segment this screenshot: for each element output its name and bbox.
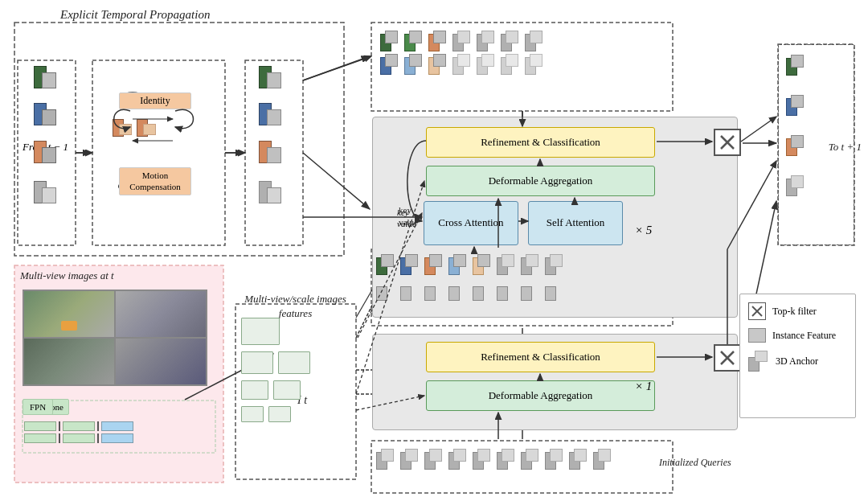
identity-box: Identity bbox=[119, 92, 191, 109]
svg-line-44 bbox=[303, 56, 371, 80]
legend-anchor: 3D Anchor bbox=[748, 351, 847, 372]
svg-line-16 bbox=[303, 56, 370, 80]
identity-orange-top bbox=[113, 119, 124, 140]
output-gray bbox=[786, 175, 804, 196]
motion-comp-box: Motion Compensation bbox=[119, 167, 191, 195]
diagram-container: Explicit Temporal Propagation From t − 1… bbox=[0, 0, 868, 497]
self-attention-box: Self Attention bbox=[528, 201, 623, 245]
backbone-blocks bbox=[24, 421, 133, 443]
legend-topk: Top-k filter bbox=[748, 302, 847, 320]
legend-anchor-label: 3D Anchor bbox=[776, 355, 818, 368]
legend-instance: Instance Feature bbox=[748, 328, 847, 343]
from-t1-gray-block bbox=[34, 181, 47, 207]
backbone-row: Backbone + FPN bbox=[23, 400, 28, 413]
from-t1-blue-block bbox=[34, 103, 47, 129]
topk-filter-bottom bbox=[714, 344, 741, 372]
prop-blue bbox=[259, 103, 272, 129]
explicit-temporal-label: Explicit Temporal Propagation bbox=[60, 8, 210, 22]
fpn-box: FPN bbox=[23, 399, 53, 415]
deformable-aggregation-top: Deformable Aggregation bbox=[426, 166, 655, 196]
output-green bbox=[786, 55, 804, 76]
legend-box: Top-k filter Instance Feature 3D Anchor bbox=[739, 294, 856, 418]
initialized-queries-label: Initialized Queries bbox=[659, 457, 731, 470]
value-label-diagram: value bbox=[397, 219, 416, 228]
from-t1-orange-block bbox=[34, 141, 47, 166]
feature-rects bbox=[241, 318, 310, 422]
output-blue bbox=[786, 95, 804, 116]
prop-gray bbox=[259, 181, 272, 207]
cross-attention-box: Cross Attention bbox=[424, 201, 518, 245]
svg-line-52 bbox=[741, 117, 776, 142]
identity-orange-right bbox=[137, 119, 148, 140]
times5-label: × 5 bbox=[635, 224, 652, 237]
init-queries-row bbox=[376, 449, 611, 470]
mid-queries-row2 bbox=[376, 286, 563, 307]
camera-images bbox=[23, 290, 207, 386]
key-label-diagram: key bbox=[397, 207, 409, 217]
refinement-classification-top: Refinement & Classification bbox=[426, 127, 655, 158]
svg-line-15 bbox=[303, 153, 370, 209]
prop-green bbox=[259, 66, 272, 92]
output-orange bbox=[786, 135, 804, 156]
prop-orange bbox=[259, 141, 272, 166]
svg-rect-4 bbox=[92, 60, 225, 245]
mid-queries-row bbox=[376, 254, 563, 275]
topk-filter-top bbox=[714, 129, 741, 156]
times1-label: × 1 bbox=[635, 380, 652, 393]
deformable-aggregation-bottom: Deformable Aggregation bbox=[426, 380, 655, 411]
top-queries-row1 bbox=[380, 31, 542, 75]
legend-instance-label: Instance Feature bbox=[772, 330, 836, 342]
to-t1-label: To t + 1 bbox=[829, 141, 862, 154]
mvscale-label: Multi-view/scale images features bbox=[237, 292, 354, 321]
from-t1-green-block bbox=[34, 66, 47, 92]
svg-rect-2 bbox=[14, 23, 344, 256]
legend-topk-label: Top-k filter bbox=[772, 306, 817, 318]
refinement-classification-bottom: Refinement & Classification bbox=[426, 342, 655, 372]
multiview-title: Multi-view images at t bbox=[20, 269, 114, 282]
